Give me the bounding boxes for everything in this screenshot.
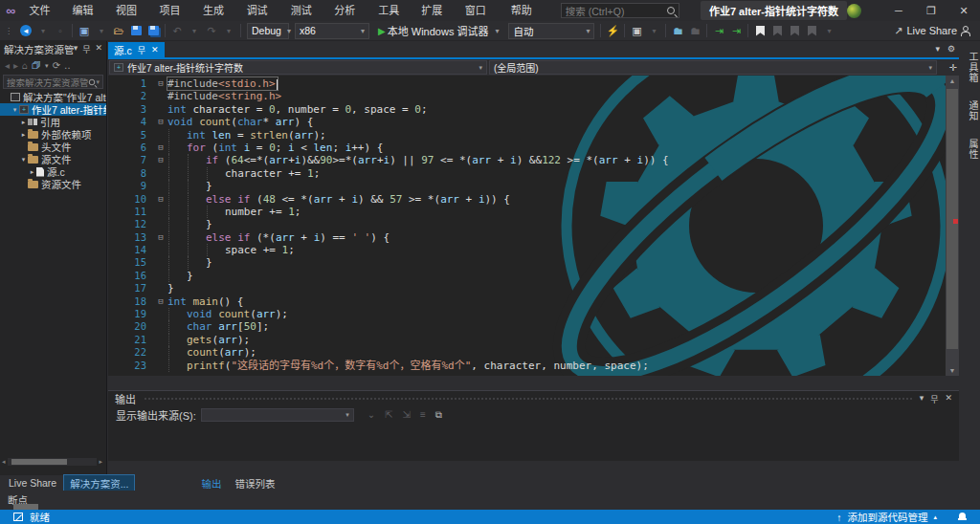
code-line[interactable]: 19void count(arr); xyxy=(108,308,669,320)
maximize-button[interactable]: ❐ xyxy=(915,0,947,21)
code-line[interactable]: 13⊟else if (*(arr + i) == ' ') { xyxy=(108,231,669,244)
tab-pin-icon[interactable]: 무 xyxy=(138,44,145,56)
code-line[interactable]: 3int character = 0, number = 0, space = … xyxy=(108,103,669,116)
tab-output[interactable]: 输出 xyxy=(194,476,228,491)
minimize-button[interactable]: ─ xyxy=(882,0,915,21)
bookmark-icon[interactable] xyxy=(751,22,768,39)
pin-icon[interactable]: 무 xyxy=(82,43,90,55)
auto-dropdown[interactable]: 自动▾ xyxy=(508,23,594,39)
active-files-dropdown-icon[interactable]: ▾ xyxy=(935,44,940,54)
step-into-icon[interactable]: ⇥ xyxy=(710,22,727,39)
tree-item[interactable]: ▸外部依赖项 xyxy=(0,128,106,141)
fold-marker-icon[interactable]: ⊟ xyxy=(154,116,167,128)
tree-item[interactable]: ▸引用 xyxy=(0,116,106,128)
tree-item[interactable]: 头文件 xyxy=(0,141,106,153)
find-in-files-icon[interactable]: 🖿 xyxy=(669,22,686,39)
menu-item[interactable]: 窗口(W) xyxy=(457,0,503,21)
tree-item[interactable]: ▾+作业7 alter-指针统计 xyxy=(0,103,106,116)
tab-solution-explorer[interactable]: 解决方案资... xyxy=(63,474,135,492)
platform-dropdown[interactable]: x86▾ xyxy=(295,23,369,39)
undo-icon[interactable]: ↶ xyxy=(168,22,186,39)
fold-marker-icon[interactable]: ⊟ xyxy=(154,295,167,308)
notifications-bell-icon[interactable] xyxy=(958,513,967,521)
feedback-icon[interactable] xyxy=(961,26,970,35)
live-share-button[interactable]: Live Share xyxy=(906,25,957,36)
close-panel-icon[interactable]: ✕ xyxy=(95,43,102,55)
code-line[interactable]: 14space += 1; xyxy=(108,244,669,256)
se-back-icon[interactable]: ◂ xyxy=(5,60,10,71)
profiler-dropdown-icon[interactable]: ▾ xyxy=(645,22,662,39)
tree-item[interactable]: ▸源.c xyxy=(0,165,106,178)
attach-process-icon[interactable]: ⚡ xyxy=(604,22,621,39)
code-line[interactable]: 16} xyxy=(108,270,669,282)
tab-error-list[interactable]: 错误列表 xyxy=(228,476,281,491)
fold-marker-icon[interactable]: ⊟ xyxy=(154,193,167,206)
expand-arrow-icon[interactable]: ▸ xyxy=(28,168,36,176)
bookmark-overflow-icon[interactable]: ▾ xyxy=(820,22,837,39)
clear-bookmarks-icon[interactable] xyxy=(803,22,820,39)
step-over-icon[interactable]: ⇥ xyxy=(727,22,745,39)
fold-marker-icon[interactable]: ⊟ xyxy=(154,231,167,244)
new-dropdown-icon[interactable]: ▾ xyxy=(93,22,110,39)
editor-options-icon[interactable]: ⚙ xyxy=(947,44,955,54)
code-line[interactable]: 2#include<string.h> xyxy=(108,90,669,102)
tab-live-share[interactable]: Live Share xyxy=(2,477,63,489)
code-line[interactable]: 21gets(arr); xyxy=(108,334,669,346)
tree-item[interactable]: ▾源文件 xyxy=(0,153,106,165)
se-horizontal-scrollbar[interactable]: ◂▸ xyxy=(2,458,102,466)
save-icon[interactable] xyxy=(127,22,145,39)
menu-item[interactable]: 分析(N) xyxy=(326,0,370,21)
member-scope-dropdown[interactable]: (全局范围) ▾ xyxy=(489,60,937,75)
expand-arrow-icon[interactable]: ▾ xyxy=(19,156,28,164)
expand-arrow-icon[interactable]: ▸ xyxy=(19,131,28,139)
tab-close-icon[interactable]: ✕ xyxy=(151,45,159,55)
vertical-scrollbar[interactable]: ▲ ▼ xyxy=(946,76,959,376)
code-line[interactable]: 5int len = strlen(arr); xyxy=(108,129,669,142)
solution-config-dropdown[interactable]: Debug▾ xyxy=(247,23,289,39)
new-project-icon[interactable]: ▣ xyxy=(76,22,93,39)
code-editor[interactable]: 1⊟#include<stdio.h>2#include<string.h>3i… xyxy=(108,76,946,376)
code-line[interactable]: 18⊟int main() { xyxy=(108,295,669,308)
code-line[interactable]: 22count(arr); xyxy=(108,346,669,359)
menu-item[interactable]: 扩展(X) xyxy=(413,0,457,21)
se-home-icon[interactable]: ⌂ xyxy=(22,60,28,71)
menu-item[interactable]: 生成(B) xyxy=(195,0,239,21)
menu-item[interactable]: 项目(P) xyxy=(152,0,196,21)
scm-dropdown-icon[interactable]: ▴ xyxy=(933,513,937,521)
fold-marker-icon[interactable]: ⊟ xyxy=(154,142,167,154)
code-line[interactable]: 6⊟for (int i = 0; i < len; i++) { xyxy=(108,142,669,154)
fold-marker-icon[interactable]: ⊟ xyxy=(154,154,167,166)
open-folder-icon[interactable]: 🗁 xyxy=(110,22,127,39)
menu-item[interactable]: 测试(S) xyxy=(283,0,327,21)
output-source-dropdown[interactable]: ▾ xyxy=(201,408,354,422)
autohide-tab[interactable]: 属性 xyxy=(959,132,980,166)
navigate-forward-icon[interactable]: ◦ xyxy=(52,22,69,39)
redo-dropdown-icon[interactable]: ▾ xyxy=(220,22,237,39)
se-overflow-icon[interactable]: ‥ xyxy=(64,60,71,71)
menu-item[interactable]: 视图(V) xyxy=(108,0,152,21)
se-search-dropdown-icon[interactable]: ▾ xyxy=(96,78,100,86)
quick-search-input[interactable]: 搜索 (Ctrl+Q) xyxy=(561,3,679,18)
close-button[interactable]: ✕ xyxy=(947,0,980,21)
code-line[interactable]: 4⊟void count(char* arr) { xyxy=(108,116,669,128)
menu-item[interactable]: 帮助(H) xyxy=(503,0,547,21)
panel-menu-icon[interactable]: ▾ xyxy=(74,43,78,55)
menu-item[interactable]: 工具(T) xyxy=(370,0,413,21)
se-switch-dropdown-icon[interactable]: ▾ xyxy=(45,62,49,70)
prev-bookmark-icon[interactable] xyxy=(768,22,786,39)
expand-arrow-icon[interactable]: ▸ xyxy=(19,119,28,126)
code-line[interactable]: 11number += 1; xyxy=(108,206,669,218)
output-pin-icon[interactable]: 무 xyxy=(930,393,938,405)
find-next-icon[interactable]: 🖿 xyxy=(686,22,703,39)
tab-source-c[interactable]: 源.c 무 ✕ xyxy=(108,42,165,57)
solution-search-input[interactable]: 搜索解决方案资源管理 ▾ xyxy=(3,75,103,89)
output-menu-icon[interactable]: ▾ xyxy=(920,393,924,405)
split-window-icon[interactable]: ✛ xyxy=(949,59,957,76)
output-wordwrap-icon[interactable]: ⧉ xyxy=(435,409,442,421)
expand-arrow-icon[interactable]: ▾ xyxy=(11,106,19,114)
background-tasks-icon[interactable] xyxy=(13,513,23,521)
autohide-tab[interactable]: 通知 xyxy=(959,94,980,128)
fold-marker-icon[interactable]: ⊟ xyxy=(154,77,167,90)
code-line[interactable]: 7⊟if (64<=*(arr+i)&&90>=*(arr+i) || 97 <… xyxy=(108,154,669,166)
save-all-icon[interactable] xyxy=(145,22,162,39)
